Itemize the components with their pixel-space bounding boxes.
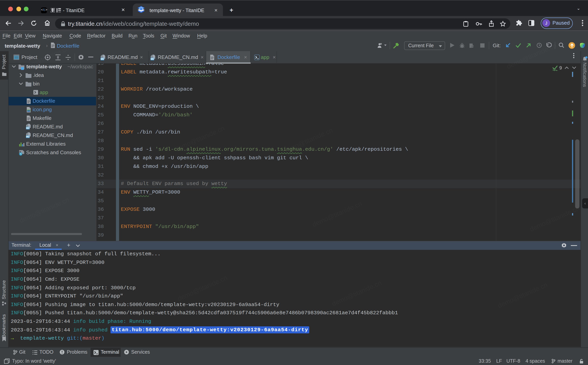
svg-text:MD: MD: [101, 58, 104, 60]
svg-text:MD: MD: [151, 58, 154, 60]
svg-text:MD: MD: [26, 135, 29, 138]
svg-text:MD: MD: [26, 127, 29, 129]
svg-text:<">: <">: [139, 7, 143, 10]
